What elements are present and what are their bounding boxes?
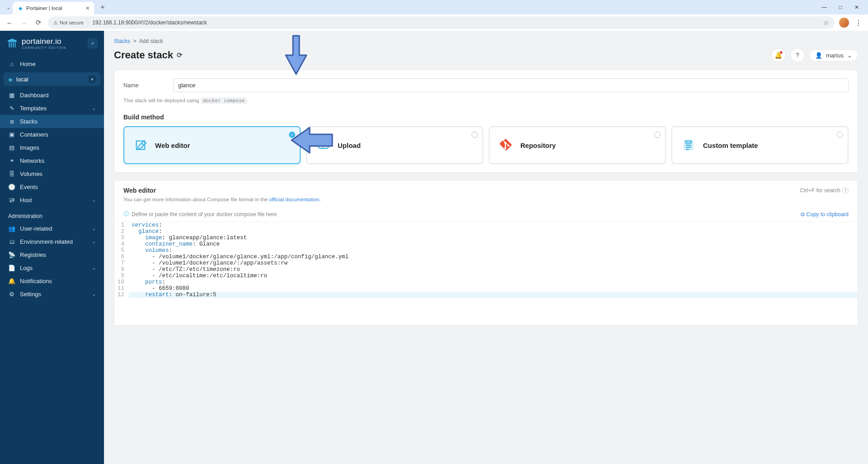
tab-list-dropdown[interactable]: ⌄ bbox=[4, 3, 13, 12]
placeholder-text: Define or paste the content of your dock… bbox=[132, 211, 277, 218]
favicon-icon: ◆ bbox=[17, 5, 24, 11]
line-number: 2 bbox=[114, 228, 129, 235]
sidebar-item-stacks[interactable]: ≣Stacks bbox=[0, 115, 104, 128]
code-line[interactable]: 4 container_name: Glance bbox=[114, 241, 858, 247]
sidebar-item-templates[interactable]: ✎Templates⌄ bbox=[0, 102, 104, 115]
browser-menu-icon[interactable]: ⋮ bbox=[854, 19, 863, 27]
code-editor[interactable]: 1services:2 glance:3 image: glanceapp/gl… bbox=[114, 222, 858, 325]
sidebar-item-images[interactable]: ▤Images bbox=[0, 141, 104, 154]
code-line[interactable]: 2 glance: bbox=[114, 228, 858, 235]
hint-code: docker compose bbox=[201, 97, 247, 104]
environment-close-icon[interactable]: × bbox=[89, 76, 96, 83]
editor-search-hint: Ctrl+F for search ? bbox=[800, 187, 849, 194]
sidebar-item-dashboard[interactable]: ▦Dashboard bbox=[0, 89, 104, 102]
search-hint-text: Ctrl+F for search bbox=[800, 187, 840, 194]
line-number: 11 bbox=[114, 285, 129, 292]
sidebar-item-volumes[interactable]: 🗄Volumes bbox=[0, 167, 104, 180]
minimize-button[interactable]: — bbox=[820, 4, 828, 10]
sidebar-item-label: Registries bbox=[20, 251, 46, 258]
code-content: - 6659:8080 bbox=[129, 285, 858, 292]
sidebar-admin-notifications[interactable]: 🔔Notifications bbox=[0, 275, 104, 288]
sidebar-collapse-button[interactable]: « bbox=[88, 38, 98, 48]
help-icon[interactable]: ? bbox=[842, 187, 849, 194]
logo[interactable]: portainer.io COMMUNITY EDITION bbox=[6, 37, 66, 49]
method-card-upload[interactable]: Upload bbox=[306, 126, 483, 164]
sidebar-item-label: Containers bbox=[20, 131, 48, 138]
notifications-button[interactable]: 🔔 bbox=[771, 48, 786, 62]
code-content: ports: bbox=[129, 279, 858, 285]
sidebar-item-networks[interactable]: ⚭Networks bbox=[0, 154, 104, 167]
documentation-link[interactable]: official documentation bbox=[269, 197, 319, 202]
breadcrumb-root-link[interactable]: Stacks bbox=[114, 38, 130, 44]
user-menu[interactable]: 👤 marius ⌄ bbox=[809, 49, 858, 62]
settings-icon: ⚙ bbox=[8, 291, 15, 298]
profile-avatar[interactable] bbox=[839, 18, 849, 28]
user-icon: 👤 bbox=[815, 52, 822, 59]
reload-button[interactable]: ⟳ bbox=[33, 18, 43, 28]
sidebar-home[interactable]: ⌂ Home bbox=[0, 57, 104, 71]
code-line[interactable]: 3 image: glanceapp/glance:latest bbox=[114, 235, 858, 241]
code-line[interactable]: 1services: bbox=[114, 222, 858, 228]
code-line[interactable]: 10 ports: bbox=[114, 279, 858, 285]
chevron-down-icon: ⌄ bbox=[92, 226, 96, 232]
sidebar-admin-environment-related[interactable]: 🗂Environment-related⌄ bbox=[0, 235, 104, 248]
help-button[interactable]: ? bbox=[790, 48, 805, 62]
sidebar-item-containers[interactable]: ▣Containers bbox=[0, 128, 104, 141]
code-line[interactable]: 11 - 6659:8080 bbox=[114, 285, 858, 292]
sidebar-item-label: Home bbox=[20, 61, 36, 67]
code-line[interactable]: 7 - /volume1/docker/glance/:/app/assets:… bbox=[114, 260, 858, 266]
method-card-web-editor[interactable]: Web editor✓ bbox=[123, 126, 301, 164]
code-line[interactable]: 9 - /etc/localtime:/etc/localtime:ro bbox=[114, 273, 858, 279]
maximize-button[interactable]: □ bbox=[836, 4, 844, 10]
chevron-down-icon: ⌄ bbox=[847, 52, 852, 59]
tab-title: Portainer | local bbox=[26, 5, 83, 11]
images-icon: ▤ bbox=[8, 144, 15, 151]
host-icon: 🖳 bbox=[8, 197, 15, 204]
sidebar-admin-registries[interactable]: 📡Registries bbox=[0, 248, 104, 261]
brand-text: portainer.io bbox=[22, 37, 66, 46]
window-controls: — □ ✕ bbox=[820, 4, 864, 10]
notification-dot bbox=[780, 51, 783, 54]
back-button[interactable]: ← bbox=[5, 18, 14, 28]
close-window-button[interactable]: ✕ bbox=[853, 4, 861, 10]
address-bar[interactable]: ⚠ Not secure | 192.168.1.18:9000/#!/2/do… bbox=[48, 16, 835, 29]
code-content: - /etc/localtime:/etc/localtime:ro bbox=[129, 273, 858, 279]
code-line[interactable]: 5 volumes: bbox=[114, 247, 858, 254]
code-line[interactable]: 12 restart: on-failure:5 bbox=[114, 292, 858, 298]
sidebar-item-events[interactable]: 🕘Events bbox=[0, 180, 104, 194]
warning-icon: ⚠ bbox=[53, 20, 58, 26]
method-card-custom-template[interactable]: Custom template bbox=[671, 126, 849, 164]
forward-button[interactable]: → bbox=[19, 18, 29, 28]
upload-icon bbox=[315, 137, 331, 153]
events-icon: 🕘 bbox=[8, 184, 15, 190]
sidebar-item-label: Notifications bbox=[20, 278, 52, 284]
code-content: container_name: Glance bbox=[129, 241, 858, 247]
copy-to-clipboard-button[interactable]: ⧉ Copy to clipboard bbox=[801, 211, 849, 218]
security-label: Not secure bbox=[60, 20, 84, 25]
method-label: Repository bbox=[520, 142, 556, 149]
sidebar-item-label: Templates bbox=[20, 105, 47, 112]
code-line[interactable]: 6 - /volume1/docker/glance/glance.yml:/a… bbox=[114, 254, 858, 260]
sidebar-admin-logs[interactable]: 📄Logs⌄ bbox=[0, 261, 104, 275]
sidebar-admin-user-related[interactable]: 👥User-related⌄ bbox=[0, 222, 104, 235]
bookmark-icon[interactable]: ☆ bbox=[823, 19, 829, 26]
new-tab-button[interactable]: + bbox=[97, 1, 108, 13]
environment-selector[interactable]: ◈ local × bbox=[4, 72, 100, 86]
sidebar-admin-settings[interactable]: ⚙Settings⌄ bbox=[0, 288, 104, 301]
browser-toolbar: ← → ⟳ ⚠ Not secure | 192.168.1.18:9000/#… bbox=[0, 14, 868, 31]
code-line[interactable]: 8 - /etc/TZ:/etc/timezone:ro bbox=[114, 266, 858, 273]
registries-icon: 📡 bbox=[8, 251, 15, 258]
line-number: 9 bbox=[114, 273, 129, 279]
templates-icon: ✎ bbox=[8, 105, 15, 112]
tab-close-icon[interactable]: × bbox=[86, 5, 90, 12]
name-input[interactable] bbox=[173, 78, 849, 92]
sidebar-item-label: Stacks bbox=[20, 118, 38, 125]
refresh-icon[interactable]: ⟳ bbox=[177, 51, 183, 59]
docker-icon: ◈ bbox=[8, 76, 13, 83]
copy-icon: ⧉ bbox=[801, 211, 805, 218]
sidebar-item-label: Logs bbox=[20, 265, 33, 271]
method-card-repository[interactable]: Repository bbox=[489, 126, 666, 164]
sidebar-item-host[interactable]: 🖳Host⌄ bbox=[0, 194, 104, 207]
security-badge: ⚠ Not secure bbox=[53, 20, 84, 26]
browser-tab[interactable]: ◆ Portainer | local × bbox=[13, 2, 94, 14]
